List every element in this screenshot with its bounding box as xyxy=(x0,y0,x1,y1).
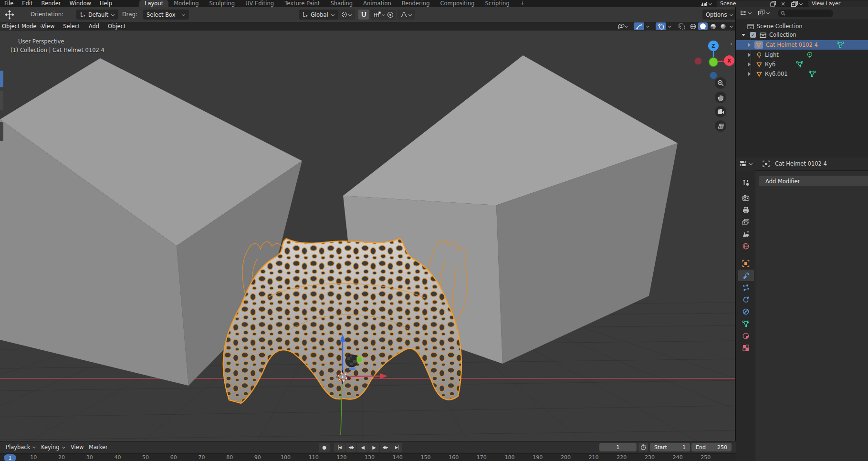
axis-y-ball[interactable] xyxy=(709,58,718,67)
outliner-display-mode-dropdown[interactable] xyxy=(740,10,752,16)
expand-closed-icon[interactable] xyxy=(748,72,751,76)
preview-range-button[interactable] xyxy=(638,443,648,451)
view-menu[interactable]: View xyxy=(71,444,84,451)
view-layer-field[interactable]: View Layer xyxy=(808,0,868,7)
playback-menu[interactable]: Playback xyxy=(6,444,36,451)
workspace-tab[interactable]: Scripting xyxy=(480,0,515,7)
workspace-tab[interactable]: UV Editing xyxy=(240,0,279,7)
orientation-dropdown[interactable]: Default xyxy=(76,10,118,20)
workspace-tab[interactable]: Texture Paint xyxy=(279,0,325,7)
camera-view-button[interactable] xyxy=(715,106,726,117)
move-tool-icon[interactable] xyxy=(5,10,14,20)
proportional-falloff-dropdown[interactable] xyxy=(397,10,415,20)
gizmo-x-arrow[interactable] xyxy=(347,376,381,377)
tab-render[interactable] xyxy=(738,192,754,203)
workspace-tab[interactable]: Sculpting xyxy=(204,0,240,7)
timeline-ruler[interactable]: 1020304050607080901001101201301401501601… xyxy=(0,453,736,461)
tab-output[interactable] xyxy=(738,204,754,216)
play-reverse-button[interactable]: ◀ xyxy=(357,443,368,452)
tab-scene[interactable] xyxy=(738,228,754,240)
shading-dropdown[interactable] xyxy=(728,22,735,30)
outliner-filter-dropdown[interactable] xyxy=(758,10,770,16)
prev-keyframe-button[interactable]: ◀◆ xyxy=(345,443,356,452)
outliner-row-light[interactable]: Light xyxy=(736,51,868,59)
viewport-menu-item[interactable]: Add xyxy=(84,22,104,31)
tab-tool[interactable] xyxy=(738,177,754,189)
gizmo-dropdown[interactable] xyxy=(645,22,651,30)
new-scene-button[interactable] xyxy=(770,0,776,7)
tab-world[interactable] xyxy=(738,241,754,252)
show-overlays-toggle[interactable] xyxy=(656,22,666,30)
gizmo-plane-handle-xy[interactable] xyxy=(357,357,362,362)
toolbar-collapsed-strip-2[interactable] xyxy=(0,122,3,141)
workspace-tab[interactable]: Compositing xyxy=(435,0,480,7)
tab-view-layer[interactable] xyxy=(738,216,754,228)
show-gizmo-toggle[interactable] xyxy=(634,22,644,30)
snap-toggle-button[interactable] xyxy=(358,10,369,20)
add-modifier-button[interactable]: Add Modifier xyxy=(759,176,868,186)
next-keyframe-button[interactable]: ◆▶ xyxy=(380,443,391,452)
playhead[interactable]: 1 xyxy=(4,454,16,461)
workspace-tab[interactable]: Shading xyxy=(325,0,358,7)
view-layer-selector-icon[interactable] xyxy=(791,0,803,7)
expand-closed-icon[interactable] xyxy=(748,43,751,47)
play-button[interactable]: ▶ xyxy=(368,443,379,452)
scene-name-field[interactable]: Scene xyxy=(717,0,771,7)
xray-toggle[interactable] xyxy=(677,22,687,30)
menu-item[interactable]: File xyxy=(0,0,18,7)
zoom-button[interactable] xyxy=(715,77,726,89)
marker-menu[interactable]: Marker xyxy=(89,444,108,451)
outliner-row-cat-helmet[interactable]: Cat Helmet 0102 4 xyxy=(736,40,868,50)
keying-menu[interactable]: Keying xyxy=(41,444,66,451)
menu-item[interactable]: Render xyxy=(37,0,65,7)
shading-wireframe-button[interactable] xyxy=(688,22,698,30)
transform-orientation-dropdown[interactable]: Global xyxy=(299,10,340,20)
perspective-toggle-button[interactable] xyxy=(715,120,726,132)
tab-physics[interactable] xyxy=(738,294,754,305)
options-dropdown[interactable]: Options xyxy=(702,10,736,20)
workspace-tab[interactable]: Animation xyxy=(358,0,397,7)
collection-checkbox[interactable]: ✓ xyxy=(750,32,756,38)
unlink-scene-button[interactable]: × xyxy=(781,0,785,7)
menu-item[interactable]: Edit xyxy=(18,0,37,7)
menu-item[interactable]: Help xyxy=(95,0,116,7)
viewport-menu-item[interactable]: Object xyxy=(104,22,130,31)
auto-key-button[interactable]: ● xyxy=(319,443,330,452)
outliner-search[interactable] xyxy=(778,10,833,17)
tab-material[interactable] xyxy=(738,330,754,342)
jump-to-end-button[interactable]: ▶| xyxy=(391,443,402,452)
frame-end-field[interactable]: End 250 xyxy=(691,443,732,451)
tab-modifiers[interactable] xyxy=(738,270,754,281)
viewport-menu-item[interactable]: View xyxy=(37,22,59,31)
current-frame-field[interactable]: 1 xyxy=(599,443,637,451)
viewport-3d[interactable]: User Perspective (1) Collection | Cat He… xyxy=(0,31,736,441)
expand-closed-icon[interactable] xyxy=(748,53,751,57)
shading-rendered-button[interactable] xyxy=(718,22,728,30)
navigation-gizmo[interactable]: Z X xyxy=(691,34,736,79)
object-visibility-dropdown[interactable] xyxy=(614,22,632,30)
expand-open-icon[interactable] xyxy=(742,34,745,36)
workspace-tab[interactable]: + xyxy=(515,0,530,7)
outliner-row-cube-001[interactable]: Куб.001 xyxy=(736,70,868,78)
viewport-menu-item[interactable]: Select xyxy=(59,22,84,31)
workspace-tab[interactable]: Layout xyxy=(139,0,168,7)
drag-dropdown[interactable]: Select Box xyxy=(143,10,189,20)
tab-object-data[interactable] xyxy=(738,318,754,329)
frame-start-field[interactable]: Start 1 xyxy=(650,443,690,451)
sidebar-collapse-arrow[interactable]: ‹ xyxy=(730,40,732,47)
menu-item[interactable]: Window xyxy=(65,0,95,7)
tab-particles[interactable] xyxy=(738,282,754,293)
outliner-row-scene-collection[interactable]: Scene Collection xyxy=(736,22,868,31)
axis-neg-x-ball[interactable] xyxy=(695,58,702,65)
outliner-row-collection[interactable]: ✓ Collection xyxy=(736,31,868,39)
proportional-editing-toggle[interactable] xyxy=(385,10,396,20)
shading-solid-button[interactable] xyxy=(698,22,708,30)
axis-neg-z-ball[interactable] xyxy=(710,72,717,79)
toolbar-collapsed-strip[interactable] xyxy=(0,91,3,110)
jump-to-start-button[interactable]: |◀ xyxy=(334,443,345,452)
outliner-row-cube[interactable]: Куб xyxy=(736,60,868,69)
workspace-tab[interactable]: Rendering xyxy=(397,0,435,7)
pan-button[interactable] xyxy=(715,92,726,103)
scene-selector-icon[interactable] xyxy=(701,0,712,7)
tab-object[interactable] xyxy=(738,258,754,269)
